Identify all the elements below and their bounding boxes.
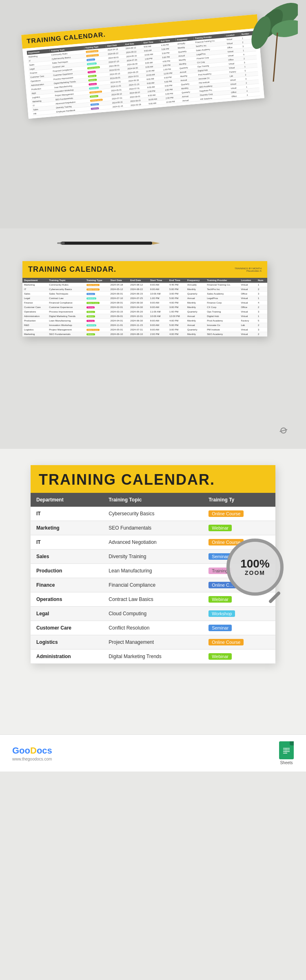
row-topic: Cybersecurity Basics [103, 507, 203, 521]
svg-marker-6 [152, 242, 160, 244]
zoom-word: ZOOM [245, 570, 265, 576]
row-dept: Administration [31, 650, 103, 664]
flat-col-end: End Date [129, 278, 149, 283]
flat-col-type: Training Type [85, 278, 109, 283]
table-row: IT Cybersecurity Basics Online Course [31, 507, 275, 521]
flat-col-topic: Training Topic [47, 278, 85, 283]
footer-logo: GooDocs www.thegoodocs.com [12, 745, 52, 761]
zoom-col-dept: Department [31, 493, 103, 507]
flat-card-header: TRAINING CALENDAR. TRAININGS BY MONTH Pl… [22, 261, 267, 278]
flat-col-endt: End Time [168, 278, 186, 283]
row-topic: Diversity Training [103, 550, 203, 564]
footer-sheets: Sheets [279, 741, 294, 765]
flat-col-provider: Training Provider [205, 278, 239, 283]
row-dept: IT [31, 507, 103, 521]
flat-col-startt: Start Time [149, 278, 168, 283]
paperclip-decoration: ⌀ [278, 422, 290, 437]
flat-col-freq: Frequency [186, 278, 205, 283]
flat-preview-card: TRAINING CALENDAR. TRAININGS BY MONTH Pl… [22, 261, 267, 337]
zoom-card: TRAINING CALENDAR. Department Training T… [31, 465, 275, 664]
row-type: Workshop [203, 607, 275, 621]
row-dept: Legal [31, 607, 103, 621]
row-topic: Digital Marketing Trends [103, 650, 203, 664]
svg-rect-9 [283, 748, 290, 749]
row-dept: IT [31, 535, 103, 550]
row-topic: Project Management [103, 635, 203, 650]
placeholder-a: Placeholder A [235, 270, 262, 272]
svg-rect-11 [283, 751, 290, 752]
footer-logo-accent: D [30, 745, 37, 756]
pen-decoration [57, 237, 171, 249]
middle-section: TRAINING CALENDAR. TRAININGS BY MONTH Pl… [0, 228, 306, 449]
row-topic: Advanced Negotiation [103, 535, 203, 550]
flat-col-dept: Department [22, 278, 47, 283]
row-type: Webinar [203, 521, 275, 535]
table-row: Legal Cloud Computing Workshop [31, 607, 275, 621]
zoom-card-title: TRAINING CALENDAR. [39, 472, 267, 487]
row-type: Webinar [203, 650, 275, 664]
zoom-col-type: Training Ty [203, 493, 275, 507]
table-row: Administration Digital Marketing Trends … [31, 650, 275, 664]
magnifier-circle: 100% ZOOM [226, 539, 284, 596]
row-topic: SEO Fundamentals [103, 521, 203, 535]
zoom-col-topic: Training Topic [103, 493, 203, 507]
table-row: Marketing SEO Fundamentals Webinar [31, 521, 275, 535]
sheets-icon [279, 741, 294, 759]
row-topic: Cloud Computing [103, 607, 203, 621]
flat-preview-table: Department Training Topic Training Type … [22, 278, 267, 337]
flat-card-meta: TRAININGS BY MONTH Placeholder A [235, 267, 262, 272]
footer-logo-text: GooDocs [12, 745, 52, 756]
sheets-svg [282, 745, 290, 755]
row-dept: Customer Care [31, 621, 103, 635]
row-dept: Sales [31, 550, 103, 564]
flat-col-num: Num [256, 278, 267, 283]
row-dept: Finance [31, 578, 103, 592]
row-type: Online Course [203, 635, 275, 650]
sheets-label: Sheets [280, 760, 293, 765]
trainings-by-month-label: TRAININGS BY MONTH [235, 267, 262, 270]
flat-card-title: TRAINING CALENDAR. [28, 265, 116, 274]
row-dept: Marketing [31, 521, 103, 535]
row-dept: Logistics [31, 635, 103, 650]
row-type: Seminar [203, 621, 275, 635]
footer: GooDocs www.thegoodocs.com Sheets [0, 734, 306, 772]
svg-line-4 [273, 33, 277, 82]
svg-rect-8 [57, 242, 61, 244]
row-topic: Lean Manufacturing [103, 564, 203, 578]
table-row: Logistics Project Management Online Cour… [31, 635, 275, 650]
row-type: Online Course [203, 507, 275, 521]
magnifier: 100% ZOOM [226, 539, 292, 604]
flat-col-start: Start Date [109, 278, 129, 283]
zoom-card-header: TRAINING CALENDAR. [31, 465, 275, 493]
row-topic: Contract Law Basics [103, 592, 203, 607]
row-dept: Operations [31, 592, 103, 607]
footer-url: www.thegoodocs.com [12, 757, 52, 761]
svg-rect-10 [283, 749, 290, 750]
svg-rect-5 [61, 242, 152, 244]
top-section: TRAINING CALENDAR. Department Training T… [0, 0, 306, 228]
flat-col-loc: Location [239, 278, 256, 283]
zoom-percent: 100% [240, 558, 270, 570]
svg-rect-12 [283, 753, 287, 754]
row-topic: Conflict Resolution [103, 621, 203, 635]
row-topic: Financial Compliance [103, 578, 203, 592]
plant-decoration [224, 0, 298, 82]
row-dept: Production [31, 564, 103, 578]
bottom-section: TRAINING CALENDAR. Department Training T… [0, 449, 306, 734]
table-row: Customer Care Conflict Resolution Semina… [31, 621, 275, 635]
